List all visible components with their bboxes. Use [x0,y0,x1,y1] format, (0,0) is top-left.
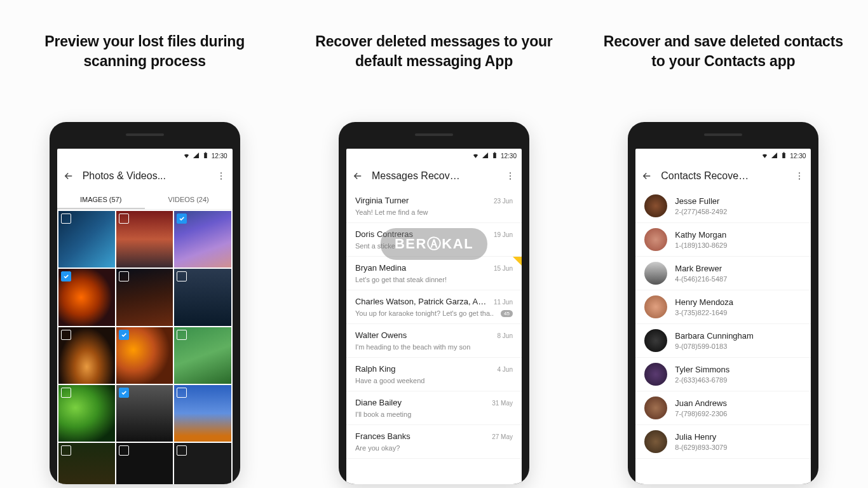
message-preview: You up for karaoke tonight? Let's go get… [355,309,513,317]
thumb-checkbox[interactable] [119,330,129,340]
thumb-checkbox[interactable] [61,445,71,456]
thumb-checkbox[interactable] [61,388,71,398]
message-item[interactable]: Ralph King4 JunHave a good weekend [346,358,522,391]
message-preview: I'm heading to the beach with my son [355,343,513,351]
message-sender: Ralph King [355,364,492,374]
contact-avatar [644,329,667,352]
contact-avatar [644,430,667,453]
thumb-checkbox[interactable] [119,388,129,398]
contact-name: Barbara Cunningham [675,331,802,341]
message-item[interactable]: Bryan Medina15 JunLet's go get that stea… [346,257,522,290]
thumb-checkbox[interactable] [177,388,187,398]
photo-thumb[interactable] [58,443,115,484]
photo-thumb[interactable] [174,269,231,325]
svg-rect-1 [205,152,206,152]
battery-icon [780,152,787,160]
appbar-title: Contacts Recove… [661,170,785,182]
svg-point-3 [220,175,222,177]
contact-avatar [644,194,667,217]
contact-item[interactable]: Julia Henry8-(629)893-3079 [635,425,811,459]
photo-thumb[interactable] [174,211,231,268]
panel-messages: Recover deleted messages to your default… [289,0,578,488]
contact-name: Kathy Morgan [675,230,802,240]
photo-thumb[interactable] [58,327,115,384]
message-sender: Charles Watson, Patrick Garza, Amy C... [355,297,489,306]
photo-thumb[interactable] [116,269,173,325]
tab-images[interactable]: IMAGES (57) [57,189,145,209]
wifi-icon [761,152,768,160]
svg-rect-6 [494,152,496,152]
tab-videos[interactable]: VIDEOS (24) [145,189,233,209]
thumb-checkbox[interactable] [177,271,187,281]
message-item[interactable]: Frances Banks27 MayAre you okay? [346,425,522,459]
svg-point-8 [510,175,511,177]
photo-thumb[interactable] [174,327,231,384]
photo-thumb[interactable] [116,327,173,384]
photo-thumb[interactable] [174,443,231,484]
message-sender: Walter Owens [355,330,492,340]
message-sender: Bryan Medina [355,263,489,273]
contact-avatar [644,363,667,386]
message-item[interactable]: Charles Watson, Patrick Garza, Amy C...1… [346,290,522,324]
thumb-checkbox[interactable] [177,214,187,224]
message-preview: I'll book a meeting [355,410,513,418]
flag-corner-icon [513,257,522,266]
contact-avatar [644,295,667,318]
photo-thumb[interactable] [58,211,115,268]
thumb-checkbox[interactable] [177,330,187,340]
svg-point-7 [510,172,511,173]
message-item[interactable]: Virginia Turner23 JunYeah! Let me find a… [346,189,522,223]
svg-rect-0 [204,152,207,158]
contact-name: Jesse Fuller [675,196,802,206]
back-arrow-icon[interactable] [351,170,364,182]
more-vert-icon[interactable] [793,170,806,182]
contact-name: Juan Andrews [675,398,802,408]
page-root: { "status": { "time": "12:30" }, "waterm… [0,0,868,488]
thumb-checkbox[interactable] [119,445,129,456]
photo-thumb[interactable] [116,385,173,442]
more-vert-icon[interactable] [215,170,227,182]
photo-thumb[interactable] [174,385,231,442]
message-item[interactable]: Diane Bailey31 MayI'll book a meeting [346,391,522,425]
thumb-checkbox[interactable] [61,330,71,340]
contact-item[interactable]: Mark Brewer4-(546)216-5487 [635,257,811,290]
phone-screen: 12:30 Contacts Recove… Jesse Fuller2-(27… [635,149,811,484]
contact-item[interactable]: Tyler Simmons2-(633)463-6789 [635,358,811,391]
more-vert-icon[interactable] [504,170,517,182]
phone-speaker [126,133,164,136]
contact-name: Mark Brewer [675,264,802,273]
photo-thumb[interactable] [58,269,115,325]
thumb-checkbox[interactable] [61,214,71,224]
contact-phone: 1-(189)130-8629 [675,241,802,249]
appbar-title: Messages Recov… [372,170,496,182]
phone-speaker [415,133,453,136]
svg-point-4 [220,179,222,180]
thumb-checkbox[interactable] [177,445,187,456]
contact-item[interactable]: Kathy Morgan1-(189)130-8629 [635,223,811,257]
thumb-checkbox[interactable] [61,271,71,281]
statusbar-time: 12:30 [212,152,227,159]
photo-thumb[interactable] [116,443,173,484]
contact-phone: 2-(277)458-2492 [675,208,802,215]
contact-item[interactable]: Juan Andrews7-(798)692-2306 [635,391,811,425]
back-arrow-icon[interactable] [62,170,75,182]
contact-name: Julia Henry [675,432,802,442]
message-item[interactable]: Walter Owens8 JunI'm heading to the beac… [346,324,522,358]
contact-list: Jesse Fuller2-(277)458-2492Kathy Morgan1… [635,189,811,484]
contact-item[interactable]: Barbara Cunningham9-(078)599-0183 [635,324,811,358]
thumb-checkbox[interactable] [119,214,129,224]
svg-point-14 [799,179,800,180]
photo-thumb[interactable] [58,385,115,442]
message-item[interactable]: Doris Contreras19 JunSent a sticker [346,223,522,257]
statusbar-time: 12:30 [790,152,806,159]
statusbar: 12:30 [346,149,522,163]
phone-screen: 12:30 Messages Recov… Virginia Turner23 … [346,149,522,484]
contact-item[interactable]: Henry Mendoza3-(735)822-1649 [635,290,811,324]
message-date: 4 Jun [498,366,513,373]
contact-item[interactable]: Jesse Fuller2-(277)458-2492 [635,189,811,223]
back-arrow-icon[interactable] [641,170,653,182]
thumb-checkbox[interactable] [119,271,129,281]
message-list: Virginia Turner23 JunYeah! Let me find a… [346,189,522,484]
photo-grid [57,210,233,484]
photo-thumb[interactable] [116,211,173,268]
